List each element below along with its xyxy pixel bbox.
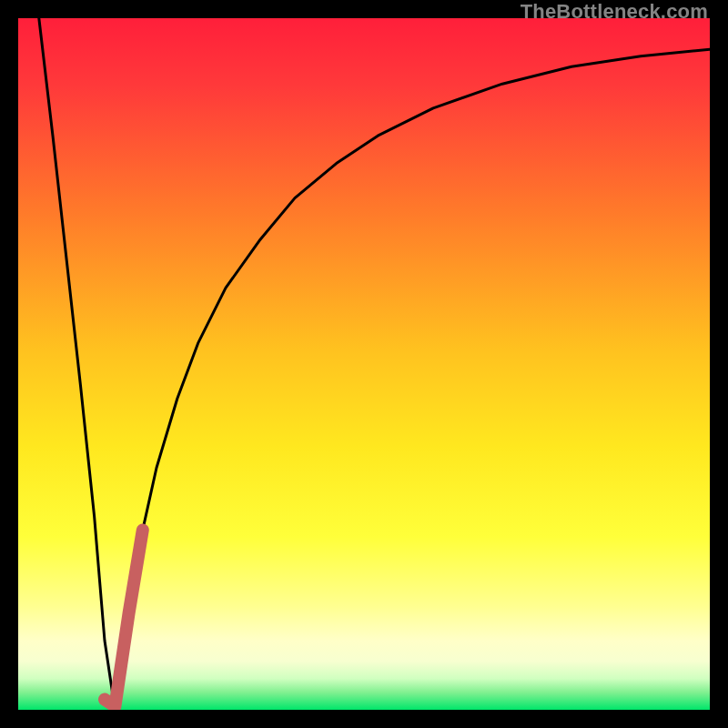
chart-frame: TheBottleneck.com: [0, 0, 728, 728]
plot-svg: [18, 18, 710, 710]
watermark-text: TheBottleneck.com: [521, 0, 708, 24]
plot-area: [18, 18, 710, 710]
gradient-background: [18, 18, 710, 710]
